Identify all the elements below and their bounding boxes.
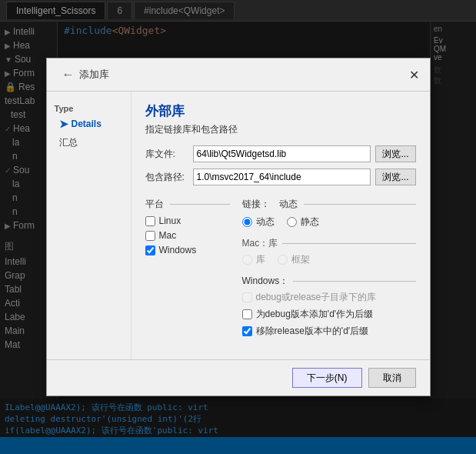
link-type-radio-group: 动态 静态 bbox=[242, 215, 416, 232]
framework-label: 框架 bbox=[291, 253, 310, 266]
static-label: 静态 bbox=[301, 215, 319, 229]
framework-radio bbox=[278, 255, 288, 265]
windows-label: Windows bbox=[159, 245, 197, 255]
windows-opt1-row: debug或release子目录下的库 bbox=[242, 291, 416, 304]
nav-item-details[interactable]: ➤ Details bbox=[47, 115, 131, 133]
nav-item-summary-label: 汇总 bbox=[59, 136, 78, 149]
mac-checkbox[interactable] bbox=[145, 231, 155, 241]
dialog-titlebar: ← 添加库 ✕ bbox=[47, 58, 430, 92]
dialog-back-nav[interactable]: ← 添加库 bbox=[55, 63, 117, 86]
nav-item-details-label: Details bbox=[72, 119, 102, 129]
divider-line bbox=[304, 204, 416, 205]
linux-checkbox[interactable] bbox=[145, 216, 155, 226]
dynamic-radio[interactable] bbox=[242, 217, 252, 227]
back-arrow-icon: ← bbox=[62, 68, 75, 82]
dialog-close-button[interactable]: ✕ bbox=[407, 67, 422, 82]
link-label: 链接： bbox=[242, 198, 270, 211]
next-button[interactable]: 下一步(N) bbox=[292, 368, 362, 388]
include-path-input[interactable] bbox=[193, 169, 371, 185]
lib-radio-row: 库 bbox=[242, 253, 265, 266]
windows-opt2-row: 为debug版本添加'd'作为后缀 bbox=[242, 308, 416, 321]
link-section: 链接： 动态 动态 静态 bbox=[242, 192, 416, 342]
dialog-overlay: ← 添加库 ✕ Type ➤ Details 汇总 外部库 指定链接库和包含路径 bbox=[0, 0, 476, 454]
mac-section-divider: Mac：库 bbox=[242, 237, 416, 250]
linux-checkbox-row: Linux bbox=[145, 215, 230, 226]
dynamic-label: 动态 bbox=[256, 215, 275, 229]
nav-item-summary[interactable]: 汇总 bbox=[47, 133, 131, 152]
browse-library-button[interactable]: 浏览... bbox=[375, 145, 415, 162]
add-d-suffix-label: 为debug版本添加'd'作为后缀 bbox=[256, 308, 374, 321]
framework-radio-row: 框架 bbox=[278, 253, 310, 266]
divider-line bbox=[170, 204, 230, 205]
dialog-main-content: 外部库 指定链接库和包含路径 库文件: 浏览... 包含路径: 浏览... bbox=[131, 92, 430, 359]
section-subtitle: 指定链接库和包含路径 bbox=[145, 123, 416, 136]
link-divider: 链接： 动态 bbox=[242, 198, 416, 211]
static-radio-row: 静态 bbox=[287, 215, 319, 229]
details-arrow-icon: ➤ bbox=[59, 118, 68, 130]
library-file-row: 库文件: 浏览... bbox=[145, 145, 416, 162]
mac-label: Mac bbox=[159, 230, 177, 241]
windows-checkbox[interactable] bbox=[145, 245, 155, 255]
windows-section-label: Windows： bbox=[242, 275, 416, 288]
library-file-input[interactable] bbox=[193, 145, 371, 162]
divider-line bbox=[282, 243, 415, 244]
mac-section-label: Mac：库 bbox=[242, 237, 278, 250]
platform-label: 平台 bbox=[145, 198, 164, 211]
mac-checkbox-row: Mac bbox=[145, 230, 230, 241]
dynamic-radio-row: 动态 bbox=[242, 215, 275, 229]
dialog-nav-title: 添加库 bbox=[79, 68, 109, 82]
cancel-button[interactable]: 取消 bbox=[368, 368, 416, 388]
windows-checkbox-row: Windows bbox=[145, 245, 230, 255]
link-type-label: 动态 bbox=[279, 198, 298, 211]
lib-radio bbox=[242, 255, 252, 265]
lib-label: 库 bbox=[256, 253, 265, 266]
include-path-label: 包含路径: bbox=[145, 171, 188, 184]
library-file-label: 库文件: bbox=[145, 148, 188, 161]
debug-release-subdir-checkbox bbox=[242, 292, 252, 302]
linux-label: Linux bbox=[159, 215, 181, 226]
mac-lib-radio-group: 库 框架 bbox=[242, 253, 416, 270]
platform-divider: 平台 bbox=[145, 198, 230, 211]
dialog-body: Type ➤ Details 汇总 外部库 指定链接库和包含路径 库文件: 浏览… bbox=[47, 92, 430, 359]
dialog-sidebar: Type ➤ Details 汇总 bbox=[47, 92, 131, 359]
remove-d-suffix-checkbox[interactable] bbox=[242, 326, 252, 336]
add-library-dialog: ← 添加库 ✕ Type ➤ Details 汇总 外部库 指定链接库和包含路径 bbox=[46, 58, 431, 396]
debug-release-subdir-label: debug或release子目录下的库 bbox=[256, 291, 377, 304]
type-header: Type bbox=[47, 99, 131, 115]
windows-opt3-row: 移除release版本中的'd'后缀 bbox=[242, 325, 416, 338]
platform-section: 平台 Linux Mac Windows bbox=[145, 192, 230, 342]
section-title: 外部库 bbox=[145, 102, 416, 120]
remove-d-suffix-label: 移除release版本中的'd'后缀 bbox=[256, 325, 369, 338]
dialog-footer: 下一步(N) 取消 bbox=[47, 359, 430, 396]
include-path-row: 包含路径: 浏览... bbox=[145, 169, 416, 185]
add-d-suffix-checkbox[interactable] bbox=[242, 309, 252, 319]
platform-link-section: 平台 Linux Mac Windows bbox=[145, 192, 416, 342]
static-radio[interactable] bbox=[287, 217, 297, 227]
browse-include-button[interactable]: 浏览... bbox=[375, 169, 415, 185]
